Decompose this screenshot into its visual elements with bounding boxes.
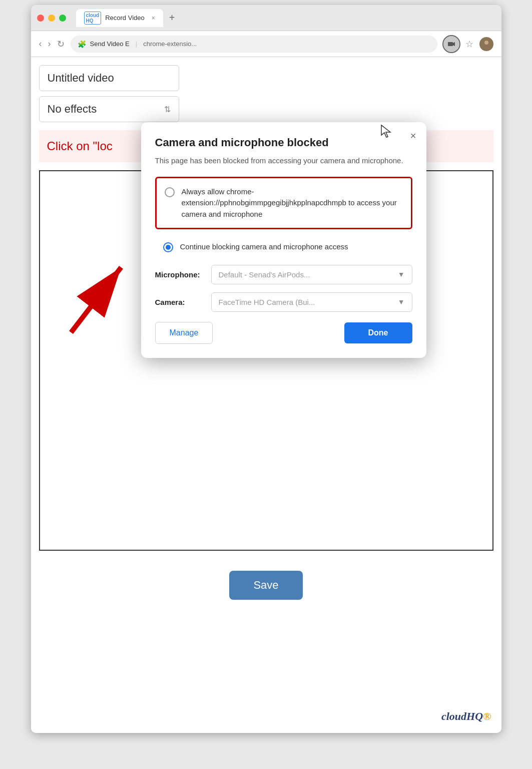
- traffic-lights: [37, 15, 66, 22]
- microphone-value: Default - Senad's AirPods...: [219, 270, 310, 279]
- svg-rect-0: [448, 42, 453, 46]
- camera-row: Camera: FaceTime HD Camera (Bui... ▼: [155, 292, 412, 312]
- extension-icon: 🧩: [78, 40, 86, 48]
- block-option[interactable]: Continue blocking camera and microphone …: [155, 233, 412, 261]
- title-bar: cloudHQ Record Video × +: [31, 5, 501, 31]
- allow-option-text: Always allow chrome-extension://pphnobgi…: [182, 186, 403, 220]
- active-tab[interactable]: cloudHQ Record Video ×: [76, 9, 163, 27]
- dialog-actions: Manage Done: [155, 322, 412, 344]
- url-separator: |: [136, 40, 137, 48]
- tab-close-button[interactable]: ×: [152, 15, 155, 22]
- tab-bar: cloudHQ Record Video × +: [76, 9, 495, 27]
- refresh-button[interactable]: ↻: [57, 39, 65, 50]
- svg-point-3: [483, 46, 490, 49]
- svg-point-2: [484, 41, 488, 45]
- minimize-window-button[interactable]: [48, 15, 55, 22]
- bookmark-button[interactable]: ☆: [465, 39, 473, 50]
- camera-permissions-button[interactable]: [443, 36, 459, 52]
- allow-radio-button[interactable]: [165, 187, 175, 197]
- back-button[interactable]: ‹: [39, 39, 42, 49]
- maximize-window-button[interactable]: [59, 15, 66, 22]
- svg-line-5: [71, 267, 121, 332]
- address-bar: ‹ › ↻ 🧩 Send Video E | chrome-extensio..…: [31, 31, 501, 57]
- page-content: Untitled video No effects ⇅ Click on "lo…: [31, 57, 501, 733]
- microphone-label: Microphone:: [155, 270, 205, 279]
- camera-dropdown[interactable]: FaceTime HD Camera (Bui... ▼: [211, 292, 412, 312]
- done-button[interactable]: Done: [344, 322, 412, 343]
- camera-value: FaceTime HD Camera (Bui...: [219, 298, 315, 306]
- url-bar[interactable]: 🧩 Send Video E | chrome-extensio...: [71, 36, 437, 53]
- allow-option[interactable]: Always allow chrome-extension://pphnobgi…: [155, 177, 412, 230]
- dialog-title: Camera and microphone blocked: [155, 136, 412, 149]
- svg-marker-1: [453, 42, 455, 46]
- tab-title: Record Video: [105, 14, 145, 22]
- new-tab-button[interactable]: +: [169, 12, 175, 24]
- microphone-dropdown-arrow-icon: ▼: [398, 270, 405, 278]
- profile-button[interactable]: [479, 37, 493, 51]
- close-window-button[interactable]: [37, 15, 44, 22]
- red-arrow-annotation: [41, 242, 141, 344]
- forward-button[interactable]: ›: [48, 39, 51, 49]
- url-site-name: Send Video E: [90, 40, 130, 48]
- url-extension-text: chrome-extensio...: [143, 40, 197, 48]
- dialog-overlay: × Camera and microphone blocked This pag…: [31, 57, 501, 733]
- tab-logo: cloudHQ: [84, 12, 102, 25]
- block-option-text: Continue blocking camera and microphone …: [180, 241, 348, 253]
- camera-dropdown-container: FaceTime HD Camera (Bui... ▼: [211, 292, 412, 312]
- dialog-close-button[interactable]: ×: [410, 130, 416, 142]
- permissions-dialog: × Camera and microphone blocked This pag…: [141, 122, 426, 358]
- microphone-dropdown-container: Default - Senad's AirPods... ▼: [211, 265, 412, 284]
- microphone-dropdown[interactable]: Default - Senad's AirPods... ▼: [211, 265, 412, 284]
- camera-label: Camera:: [155, 298, 205, 306]
- manage-button[interactable]: Manage: [155, 322, 213, 344]
- camera-dropdown-arrow-icon: ▼: [398, 298, 405, 306]
- block-radio-button[interactable]: [163, 242, 173, 252]
- dialog-subtitle: This page has been blocked from accessin…: [155, 155, 412, 167]
- microphone-row: Microphone: Default - Senad's AirPods...…: [155, 265, 412, 284]
